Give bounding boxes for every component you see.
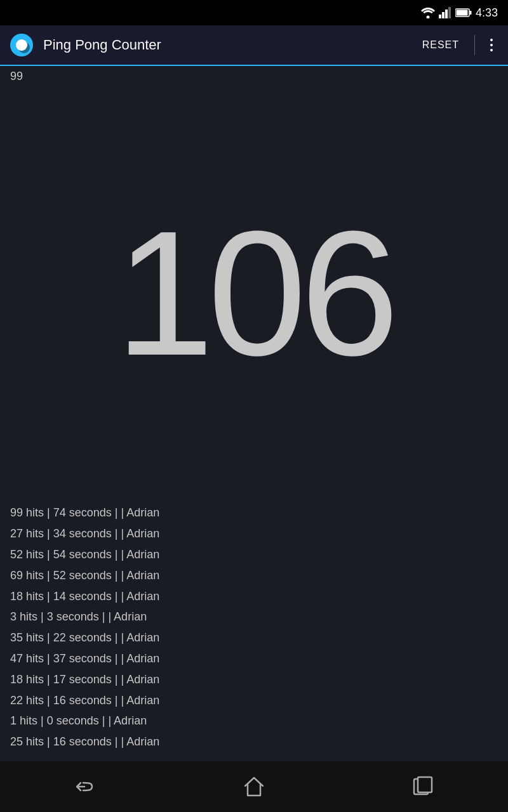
history-item: 3 hits | 3 seconds | | Adrian <box>10 608 498 626</box>
rally-number-label: 99 <box>0 66 508 87</box>
svg-rect-6 <box>469 11 471 15</box>
svg-point-0 <box>426 16 429 19</box>
wifi-icon <box>421 7 435 18</box>
history-item: 25 hits | 16 seconds | | Adrian <box>10 733 498 751</box>
status-time: 4:33 <box>476 6 498 20</box>
status-icons: 4:33 <box>421 6 498 20</box>
history-list: 99 hits | 74 seconds | | Adrian27 hits |… <box>0 499 508 761</box>
history-item: 47 hits | 37 seconds | | Adrian <box>10 650 498 668</box>
svg-rect-4 <box>448 7 451 18</box>
dot2 <box>490 44 493 46</box>
svg-rect-7 <box>456 10 467 16</box>
more-options-button[interactable] <box>485 34 498 56</box>
back-icon <box>72 778 97 796</box>
recents-icon <box>412 776 435 797</box>
history-item: 99 hits | 74 seconds | | Adrian <box>10 504 498 522</box>
svg-rect-1 <box>439 15 441 18</box>
dot3 <box>490 49 493 51</box>
history-item: 18 hits | 17 seconds | | Adrian <box>10 671 498 689</box>
home-icon <box>243 776 265 797</box>
svg-rect-3 <box>445 10 448 18</box>
history-item: 22 hits | 16 seconds | | Adrian <box>10 691 498 710</box>
bottom-nav <box>0 761 508 812</box>
history-item: 69 hits | 52 seconds | | Adrian <box>10 566 498 585</box>
history-item: 27 hits | 34 seconds | | Adrian <box>10 525 498 543</box>
app-logo-icon <box>10 34 33 56</box>
toolbar-divider <box>474 35 475 55</box>
app-bar: Ping Pong Counter RESET <box>0 25 508 66</box>
svg-rect-9 <box>418 777 432 792</box>
counter-display[interactable]: 106 <box>0 87 508 499</box>
svg-rect-2 <box>442 12 444 18</box>
history-item: 1 hits | 0 seconds | | Adrian <box>10 712 498 730</box>
signal-icon <box>439 7 451 18</box>
app-title: Ping Pong Counter <box>43 37 407 53</box>
history-item: 52 hits | 54 seconds | | Adrian <box>10 546 498 564</box>
home-button[interactable] <box>229 768 279 806</box>
recents-button[interactable] <box>398 768 449 806</box>
main-content: 99 106 99 hits | 74 seconds | | Adrian27… <box>0 66 508 761</box>
status-bar: 4:33 <box>0 0 508 25</box>
counter-value: 106 <box>115 204 392 382</box>
dot1 <box>490 39 493 41</box>
reset-button[interactable]: RESET <box>417 34 464 56</box>
history-item: 18 hits | 14 seconds | | Adrian <box>10 587 498 606</box>
history-item: 35 hits | 22 seconds | | Adrian <box>10 629 498 647</box>
back-button[interactable] <box>59 768 110 806</box>
battery-icon <box>455 8 472 18</box>
